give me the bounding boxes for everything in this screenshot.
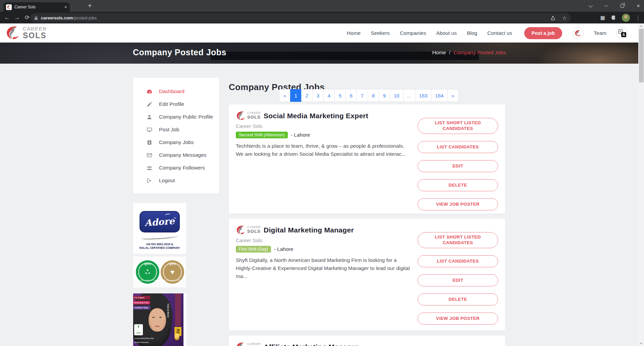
- nav-contact-us[interactable]: Contact us: [487, 30, 512, 36]
- job-title[interactable]: Affiliate Marketing Manager: [264, 343, 358, 346]
- logo-word-career: CAREER: [247, 226, 261, 229]
- sidebar-item-company-followers[interactable]: Company Followers: [147, 161, 219, 174]
- sidebar-item-logout[interactable]: Logout: [147, 174, 219, 187]
- job-actions: LIST SHORT LISTED CANDIDATES LIST CANDID…: [418, 118, 498, 210]
- nav-seekers[interactable]: Seekers: [371, 30, 390, 36]
- edit-button[interactable]: EDIT: [418, 160, 498, 172]
- pagination-page-3[interactable]: 3: [312, 89, 324, 102]
- share-icon[interactable]: [550, 15, 555, 20]
- nav-blog[interactable]: Blog: [467, 30, 477, 36]
- nav-companies[interactable]: Companies: [400, 30, 426, 36]
- tab-close-icon[interactable]: ×: [64, 5, 67, 9]
- window-minimize-icon[interactable]: [603, 3, 609, 9]
- nav-home[interactable]: Home: [347, 30, 361, 36]
- edit-button[interactable]: EDIT: [418, 274, 498, 286]
- pagination-page-4[interactable]: 4: [323, 89, 335, 102]
- oil-drop: [174, 333, 179, 340]
- ad-adore[interactable]: Adore TM AN ISO 9001-2015 & HALAL CERTIF…: [133, 203, 186, 254]
- nav-team[interactable]: Team: [594, 30, 606, 36]
- breadcrumb-home[interactable]: Home: [432, 50, 446, 56]
- browser-menu-kebab-icon[interactable]: ⋮: [636, 15, 641, 21]
- window-chevron-icon[interactable]: [587, 3, 593, 9]
- pagination: « 1 2 3 4 5 6 7 8 9 10 ... 183 184 »: [279, 89, 459, 102]
- breadcrumb-current: Company Posted Jobs: [453, 50, 506, 56]
- pagination-page-6[interactable]: 6: [345, 89, 357, 102]
- view-job-poster-button[interactable]: VIEW JOB POSTER: [418, 198, 498, 210]
- pagination-page-8[interactable]: 8: [368, 89, 379, 102]
- pencil-icon: [147, 101, 152, 107]
- ad-certifications[interactable]: QRS ISO 14001 : 2004 CERTIFIED QRS ♥ OHS…: [133, 257, 186, 287]
- list-short-listed-candidates-button[interactable]: LIST SHORT LISTED CANDIDATES: [418, 118, 498, 134]
- qr-extension-icon[interactable]: ▦: [600, 15, 605, 21]
- pagination-prev[interactable]: «: [279, 89, 290, 102]
- pagination-page-1[interactable]: 1: [290, 89, 302, 102]
- pagination-page-2[interactable]: 2: [301, 89, 313, 102]
- view-job-poster-button[interactable]: VIEW JOB POSTER: [418, 313, 498, 325]
- brand-word-career: CAREER: [23, 26, 47, 31]
- product-tag: For Export: [133, 296, 150, 299]
- url-bar[interactable]: careersols.com/posted-jobs ☆: [30, 13, 571, 22]
- sidebar-item-label: Edit Profile: [159, 101, 184, 107]
- scrollbar-down-icon[interactable]: ▼: [638, 341, 644, 346]
- job-title[interactable]: Digital Marketing Manager: [264, 226, 354, 234]
- sidebar-item-company-public-profile[interactable]: Company Public Profile: [147, 111, 219, 123]
- cert-org-label: QRS: [161, 262, 184, 266]
- post-a-job-button[interactable]: Post a job: [524, 27, 562, 39]
- monitor-icon: [147, 127, 152, 133]
- job-company-name: Career Sols: [236, 237, 262, 243]
- sidebar-item-post-job[interactable]: Post Job: [147, 123, 219, 136]
- cert-ring-text: ISO 14001 : 2004 CERTIFIED: [136, 279, 159, 281]
- browser-tab[interactable]: Career Sols ×: [3, 2, 70, 12]
- list-candidates-button[interactable]: LIST CANDIDATES: [418, 255, 498, 267]
- pagination-page-5[interactable]: 5: [334, 89, 346, 102]
- pagination-page-7[interactable]: 7: [357, 89, 368, 102]
- browser-profile-avatar[interactable]: [622, 14, 630, 22]
- window-restore-icon[interactable]: [619, 3, 625, 9]
- ad-hair-color-product[interactable]: Natural Black 01 For Export Ammonia Free…: [133, 293, 186, 346]
- url-text[interactable]: careersols.com/posted-jobs: [41, 15, 97, 20]
- window-controls: ×: [587, 0, 641, 12]
- brand-word-sols: SOLS: [23, 32, 47, 40]
- scrollbar-thumb[interactable]: [639, 29, 644, 82]
- translate-icon[interactable]: ✎ A: [616, 27, 628, 39]
- sidebar-item-edit-profile[interactable]: Edit Profile: [147, 98, 219, 111]
- careersols-logo[interactable]: CAREER SOLS: [5, 25, 47, 41]
- main-nav: Home Seekers Companies About us Blog Con…: [347, 23, 628, 43]
- sidebar-item-dashboard[interactable]: Dashboard: [147, 85, 219, 98]
- sidebar-item-label: Post Job: [159, 127, 179, 133]
- cert-badge-iso: QRS ISO 14001 : 2004 CERTIFIED: [136, 260, 159, 284]
- product-tag: Certified Halal: [133, 306, 150, 309]
- job-company-logo: CAREER SOLS: [235, 111, 261, 121]
- list-short-listed-candidates-button[interactable]: LIST SHORT LISTED CANDIDATES: [418, 232, 498, 248]
- pagination-page-9[interactable]: 9: [379, 89, 390, 102]
- sidebar-item-company-messages[interactable]: Company Messages: [147, 149, 219, 161]
- job-description: Shyft Digitally, a North American based …: [236, 256, 410, 280]
- sidebar-item-company-jobs[interactable]: Company Jobs: [147, 136, 219, 149]
- pagination-page-184[interactable]: 184: [431, 89, 447, 102]
- job-company-logo: CAREER SOLS: [235, 342, 261, 346]
- url-domain: careersols.com: [41, 15, 73, 20]
- adore-tagline-1: AN ISO 9001-2015 &: [133, 243, 186, 246]
- page-scrollbar[interactable]: ▲ ▼: [638, 23, 644, 346]
- banner-title: Company Posted Jobs: [133, 48, 226, 57]
- forward-icon[interactable]: →: [12, 14, 22, 21]
- site-header: CAREER SOLS Home Seekers Companies About…: [0, 23, 644, 43]
- window-close-icon[interactable]: ×: [635, 3, 641, 9]
- delete-button[interactable]: DELETE: [418, 179, 498, 191]
- pagination-page-183[interactable]: 183: [415, 89, 431, 102]
- list-candidates-button[interactable]: LIST CANDIDATES: [418, 141, 498, 153]
- extensions-puzzle-icon[interactable]: [611, 15, 616, 20]
- cert-badge-ohsas: QRS ♥ OHSAS 18001:2007 CERTIFIED: [161, 260, 184, 284]
- back-icon[interactable]: ←: [2, 14, 12, 21]
- scrollbar-up-icon[interactable]: ▲: [638, 23, 644, 28]
- pagination-page-10[interactable]: 10: [390, 89, 404, 102]
- company-logo-chip[interactable]: [572, 27, 584, 39]
- bookmark-star-icon[interactable]: ☆: [562, 15, 567, 21]
- job-card: CAREER SOLS Affiliate Marketing Manager: [229, 336, 505, 346]
- nav-about-us[interactable]: About us: [436, 30, 457, 36]
- pagination-next[interactable]: »: [447, 89, 459, 102]
- new-tab-button[interactable]: +: [88, 2, 92, 9]
- user-icon: [147, 114, 152, 120]
- job-title[interactable]: Social Media Marketing Expert: [264, 112, 368, 120]
- delete-button[interactable]: DELETE: [418, 293, 498, 305]
